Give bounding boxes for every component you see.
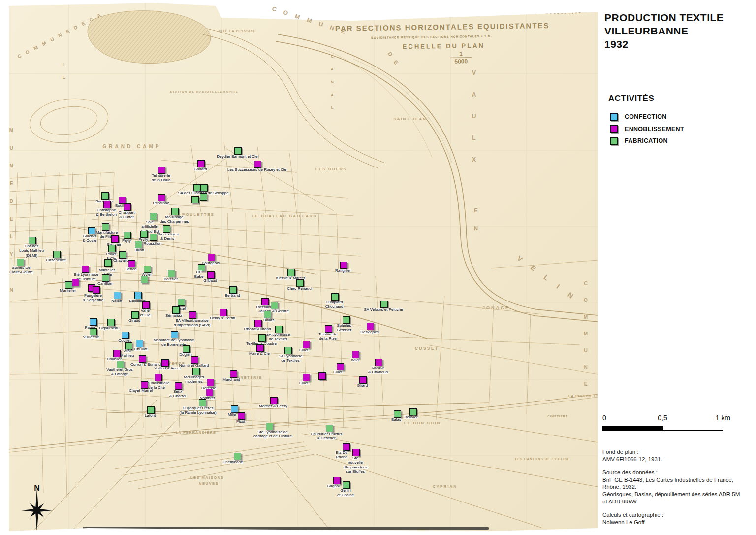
legend-item-confection: CONFECTION bbox=[610, 111, 684, 123]
scale-label-mid: 0,5 bbox=[658, 414, 667, 422]
credit-line: Géorisques, Basias, dépouillement des sé… bbox=[602, 491, 740, 498]
credit-block: Calculs et cartographie :Nolwenn Le Goff bbox=[602, 511, 740, 526]
plan-heading: SON PLAN D'ALIGNEMENT ET LE FIGURE DU TE… bbox=[9, 0, 598, 4]
legend-item-ennoblissement: ENNOBLISSEMENT bbox=[610, 123, 684, 135]
credit-block: Fond de plan :AMV 6Fi1066-12, 1931. bbox=[602, 448, 740, 463]
credit-block: Source des données :BnF GE B-1443, Les C… bbox=[602, 469, 740, 505]
plan-scale-fraction: 1 5000 bbox=[450, 50, 472, 65]
legend-item-fabrication: FABRICATION bbox=[610, 135, 684, 147]
credit-line: BnF GE B-1443, Les Cartes Industrielles … bbox=[602, 476, 740, 484]
legend-swatch-icon bbox=[610, 113, 618, 121]
scale-bar-filled-half bbox=[603, 426, 663, 430]
legend-label: ENNOBLISSEMENT bbox=[625, 126, 684, 133]
scanned-map: SON PLAN D'ALIGNEMENT ET LE FIGURE DU TE… bbox=[9, 0, 598, 535]
map-title-line1: PRODUCTION TEXTILE bbox=[604, 11, 724, 24]
credit-line: Fond de plan : bbox=[602, 448, 740, 456]
map-title: PRODUCTION TEXTILE VILLEURBANNE 1932 bbox=[604, 11, 724, 51]
scale-bar: 0 0,5 1 km bbox=[602, 414, 730, 431]
legend-label: CONFECTION bbox=[625, 113, 667, 120]
credit-line: Calculs et cartographie : bbox=[602, 511, 740, 519]
scale-label-0: 0 bbox=[602, 414, 606, 422]
scale-label-end: 1 km bbox=[716, 414, 730, 422]
scale-numerator: 1 bbox=[450, 50, 472, 58]
compass-star bbox=[21, 488, 53, 533]
compass-rose: N bbox=[15, 482, 59, 535]
map-stage: SON PLAN D'ALIGNEMENT ET LE FIGURE DU TE… bbox=[0, 0, 756, 535]
side-panel: PRODUCTION TEXTILE VILLEURBANNE 1932 ACT… bbox=[598, 0, 756, 535]
credit-line: Rhône, 1932. bbox=[602, 483, 740, 491]
credit-line: AMV 6Fi1066-12, 1931. bbox=[602, 456, 740, 463]
legend-label: FABRICATION bbox=[625, 137, 668, 144]
scale-bar-track bbox=[602, 426, 723, 431]
scale-denominator: 5000 bbox=[450, 57, 472, 65]
credit-line: et ADR 995W. bbox=[602, 498, 740, 505]
legend-heading: ACTIVITÉS bbox=[608, 94, 654, 103]
legend-swatch-icon bbox=[610, 125, 618, 133]
credit-line: Nolwenn Le Goff bbox=[602, 519, 740, 526]
map-title-line3: 1932 bbox=[604, 37, 724, 51]
scan-edge-strip bbox=[83, 527, 489, 530]
street-network bbox=[9, 0, 598, 535]
legend-swatch-icon bbox=[610, 137, 618, 145]
map-title-line2: VILLEURBANNE bbox=[604, 24, 724, 37]
credit-line: Source des données : bbox=[602, 469, 740, 476]
legend-items: CONFECTIONENNOBLISSEMENTFABRICATION bbox=[610, 111, 684, 147]
plan-scale-title: ECHELLE DU PLAN bbox=[403, 42, 485, 50]
credits: Fond de plan :AMV 6Fi1066-12, 1931.Sourc… bbox=[602, 448, 740, 532]
